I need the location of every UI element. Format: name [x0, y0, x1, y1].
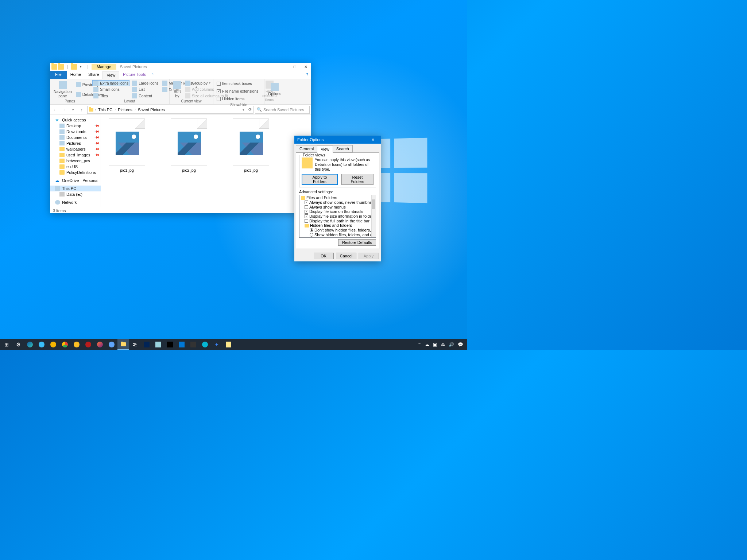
- sidebar-downloads[interactable]: Downloads📌: [50, 129, 101, 135]
- back-button[interactable]: ←: [51, 106, 59, 114]
- address-dropdown-icon[interactable]: ▾: [243, 108, 244, 112]
- tab-search[interactable]: Search: [333, 145, 353, 152]
- tray-network-icon[interactable]: 🖧: [441, 342, 445, 347]
- restore-defaults-button[interactable]: Restore Defaults: [338, 239, 376, 246]
- opt-hide-empty-drives[interactable]: ✓Hide empty drives: [299, 237, 376, 238]
- taskbar-terminal-icon[interactable]: [164, 339, 176, 350]
- crumb-pictures[interactable]: Pictures: [117, 108, 133, 112]
- file-name-extensions[interactable]: ✓File name extensions: [216, 89, 259, 94]
- taskbar-app-icon[interactable]: [152, 339, 164, 350]
- apply-button[interactable]: Apply: [359, 253, 379, 259]
- opt-always-show-icons[interactable]: ✓Always show icons, never thumbnails: [299, 200, 376, 205]
- layout-list[interactable]: List: [131, 86, 159, 92]
- sidebar-onedrive[interactable]: ☁OneDrive - Personal: [50, 178, 101, 183]
- file-item[interactable]: pic1.jpg: [107, 118, 147, 172]
- item-check-boxes[interactable]: Item check boxes: [216, 81, 259, 86]
- ribbon-collapse-icon[interactable]: ⌃: [150, 71, 156, 79]
- forward-button[interactable]: →: [60, 106, 68, 114]
- taskbar-app-icon[interactable]: [199, 339, 211, 350]
- taskbar-edge-icon[interactable]: [24, 339, 36, 350]
- layout-small-icons[interactable]: Small icons: [92, 86, 129, 92]
- sidebar-quick-access[interactable]: ★Quick access: [50, 117, 101, 123]
- advanced-settings-tree[interactable]: Files and Folders ✓Always show icons, ne…: [299, 195, 376, 238]
- opt-display-file-size[interactable]: ✓Display file size information in folder…: [299, 214, 376, 219]
- taskbar-terminal-icon[interactable]: [187, 339, 199, 350]
- sidebar-data-drive[interactable]: Data (E:): [50, 191, 101, 197]
- refresh-button[interactable]: ⟳: [246, 107, 252, 112]
- tab-view[interactable]: View: [317, 145, 333, 153]
- tab-picture-tools[interactable]: Picture Tools: [119, 71, 150, 79]
- recent-locations-icon[interactable]: ▾: [69, 106, 77, 114]
- start-button[interactable]: ⊞: [1, 339, 12, 350]
- sidebar-this-pc[interactable]: This PC: [50, 186, 101, 191]
- taskbar-powershell-icon[interactable]: [141, 339, 152, 350]
- crumb-this-pc[interactable]: This PC: [97, 108, 113, 112]
- dialog-title-bar[interactable]: Folder Options ✕: [294, 136, 381, 144]
- file-list[interactable]: pic1.jpg pic2.jpg pic3.jpg: [101, 115, 311, 207]
- up-button[interactable]: ↑: [78, 106, 86, 114]
- layout-content[interactable]: Content: [131, 93, 159, 99]
- tab-file[interactable]: File: [50, 71, 67, 79]
- opt-show-hidden[interactable]: Show hidden files, folders, and drives: [299, 233, 376, 237]
- tree-node-files-folders[interactable]: Files and Folders: [299, 195, 376, 200]
- tray-notifications-icon[interactable]: 💬: [458, 342, 463, 347]
- title-bar[interactable]: | ▾ | Manage Saved Pictures ─ □ ✕: [50, 63, 311, 71]
- sidebar-between-pcs[interactable]: between_pcs: [50, 158, 101, 164]
- chevron-right-icon[interactable]: ›: [95, 108, 96, 112]
- taskbar-store-icon[interactable]: 🛍: [129, 339, 141, 350]
- taskbar-firefox-icon[interactable]: [94, 339, 106, 350]
- breadcrumb-bar[interactable]: › This PC › Pictures › Saved Pictures ▾ …: [87, 106, 253, 114]
- sidebar-policy-definitions[interactable]: PolicyDefinitions: [50, 170, 101, 175]
- taskbar-app-icon[interactable]: [47, 339, 59, 350]
- search-box[interactable]: 🔍 Search Saved Pictures: [255, 106, 310, 114]
- taskbar-app-icon[interactable]: ✦: [211, 339, 222, 350]
- reset-folders-button[interactable]: Reset Folders: [341, 174, 374, 185]
- minimize-button[interactable]: ─: [278, 63, 289, 71]
- ok-button[interactable]: OK: [314, 253, 334, 259]
- taskbar-chrome-icon[interactable]: [59, 339, 71, 350]
- taskbar-file-explorer-icon[interactable]: [117, 339, 129, 350]
- tab-general[interactable]: General: [296, 145, 317, 152]
- tree-node-hidden-files[interactable]: Hidden files and folders: [299, 223, 376, 228]
- sidebar-en-us[interactable]: en-US: [50, 164, 101, 170]
- tray-icon[interactable]: ▣: [433, 342, 437, 347]
- tray-onedrive-icon[interactable]: ☁: [425, 342, 429, 347]
- layout-extra-large-icons[interactable]: Extra large icons: [92, 80, 129, 86]
- sidebar-network[interactable]: Network: [50, 199, 101, 205]
- taskbar-app-icon[interactable]: [106, 339, 117, 350]
- tab-home[interactable]: Home: [67, 71, 85, 79]
- taskbar-settings-icon[interactable]: ⚙: [12, 339, 24, 350]
- close-button[interactable]: ✕: [300, 63, 311, 71]
- sidebar-documents[interactable]: Documents📌: [50, 135, 101, 140]
- close-button[interactable]: ✕: [368, 137, 378, 142]
- crumb-saved-pictures[interactable]: Saved Pictures: [137, 108, 166, 112]
- taskbar-app-icon[interactable]: [36, 339, 47, 350]
- chevron-right-icon[interactable]: ›: [115, 108, 116, 112]
- opt-display-file-icon[interactable]: ✓Display file icon on thumbnails: [299, 209, 376, 214]
- taskbar-notepad-icon[interactable]: [222, 339, 234, 350]
- apply-to-folders-button[interactable]: Apply to Folders: [302, 174, 338, 185]
- opt-display-full-path[interactable]: Display the full path in the title bar: [299, 219, 376, 223]
- qat-overflow-icon[interactable]: ▾: [78, 64, 84, 70]
- tray-volume-icon[interactable]: 🔊: [449, 342, 454, 347]
- sidebar-used-images[interactable]: used_images📌: [50, 152, 101, 158]
- taskbar-app-icon[interactable]: [176, 339, 187, 350]
- taskbar-app-icon[interactable]: [82, 339, 94, 350]
- opt-always-show-menus[interactable]: Always show menus: [299, 205, 376, 210]
- opt-dont-show-hidden[interactable]: Don't show hidden files, folders, or dri…: [299, 228, 376, 233]
- hidden-items[interactable]: Hidden items: [216, 96, 259, 101]
- tab-share[interactable]: Share: [85, 71, 102, 79]
- sort-by-button[interactable]: Sort by: [172, 80, 183, 99]
- cancel-button[interactable]: Cancel: [336, 253, 356, 259]
- layout-large-icons[interactable]: Large icons: [131, 80, 159, 86]
- scrollbar[interactable]: [371, 195, 376, 237]
- help-icon[interactable]: ?: [303, 71, 311, 79]
- taskbar-app-icon[interactable]: [71, 339, 82, 350]
- tab-view[interactable]: View: [102, 71, 119, 79]
- options-button[interactable]: Options: [267, 80, 283, 99]
- sidebar-wallpapers[interactable]: wallpapers📌: [50, 146, 101, 152]
- navigation-pane-button[interactable]: Navigation pane: [52, 80, 73, 99]
- layout-tiles[interactable]: Tiles: [92, 93, 129, 99]
- sidebar-desktop[interactable]: Desktop📌: [50, 123, 101, 129]
- chevron-right-icon[interactable]: ›: [135, 108, 136, 112]
